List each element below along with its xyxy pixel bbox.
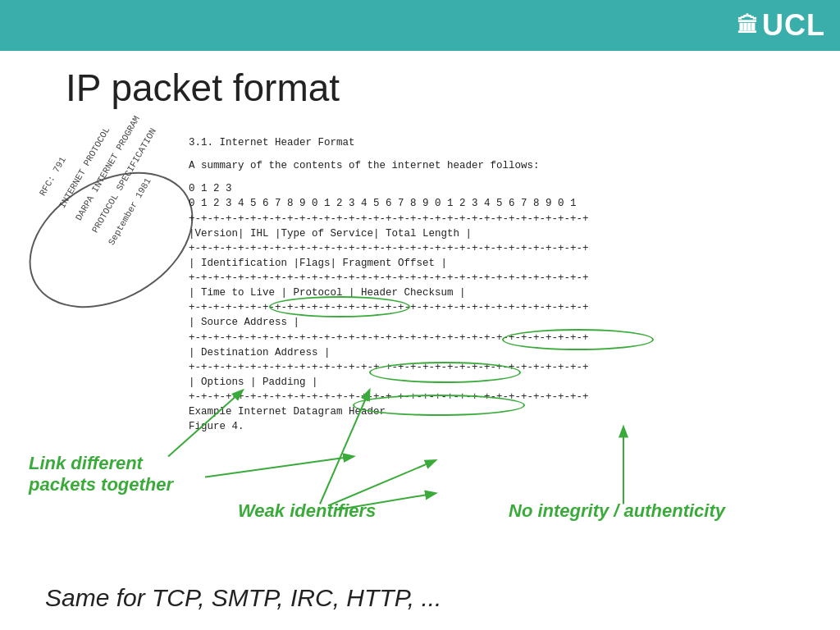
ucl-logo-icon: 🏛 bbox=[737, 13, 759, 39]
annotation-link-different: Link different packets together bbox=[29, 453, 173, 496]
rfc-sep6: +-+-+-+-+-+-+-+-+-+-+-+-+-+-+-+-+-+-+-+-… bbox=[189, 390, 589, 404]
rfc-sep1: +-+-+-+-+-+-+-+-+-+-+-+-+-+-+-+-+-+-+-+-… bbox=[189, 241, 589, 256]
main-content: RFC: 791 INTERNET PROTOCOL DARPA INTERNE… bbox=[0, 135, 840, 630]
rfc-summary: A summary of the contents of the interne… bbox=[189, 158, 589, 173]
rfc-bit-digits: 0 1 2 3 4 5 6 7 8 9 0 1 2 3 4 5 6 7 8 9 … bbox=[189, 196, 589, 211]
rfc-row3: | Time to Live | Protocol | Header Check… bbox=[189, 285, 589, 300]
rfc-caption1: Example Internet Datagram Header bbox=[189, 404, 589, 419]
rfc-heading: 3.1. Internet Header Format bbox=[189, 135, 589, 150]
rfc-row5: | Destination Address | bbox=[189, 345, 589, 360]
svg-line-3 bbox=[328, 461, 435, 506]
rfc-line1: RFC: 791 bbox=[38, 155, 68, 198]
annotation-no-integrity: No integrity / authenticity bbox=[509, 500, 725, 522]
rfc-sep4: +-+-+-+-+-+-+-+-+-+-+-+-+-+-+-+-+-+-+-+-… bbox=[189, 331, 589, 345]
rfc-bit-numbers: 0 1 2 3 bbox=[189, 181, 589, 196]
ucl-logo-text: UCL bbox=[762, 8, 825, 43]
rfc-caption2: Figure 4. bbox=[189, 419, 589, 434]
rfc-row2: | Identification |Flags| Fragment Offset… bbox=[189, 256, 589, 271]
rfc-sep0: +-+-+-+-+-+-+-+-+-+-+-+-+-+-+-+-+-+-+-+-… bbox=[189, 212, 589, 226]
annotation-weak-identifiers: Weak identifiers bbox=[238, 500, 376, 522]
rfc-sep2: +-+-+-+-+-+-+-+-+-+-+-+-+-+-+-+-+-+-+-+-… bbox=[189, 271, 589, 285]
rfc-sep5: +-+-+-+-+-+-+-+-+-+-+-+-+-+-+-+-+-+-+-+-… bbox=[189, 360, 589, 375]
rfc-row1: |Version| IHL |Type of Service| Total Le… bbox=[189, 226, 589, 241]
rfc-sep3: +-+-+-+-+-+-+-+-+-+-+-+-+-+-+-+-+-+-+-+-… bbox=[189, 300, 589, 315]
rfc-row4: | Source Address | bbox=[189, 315, 589, 330]
ucl-logo: 🏛 UCL bbox=[737, 8, 825, 43]
top-bar: 🏛 UCL bbox=[0, 0, 840, 51]
page-title: IP packet format bbox=[66, 66, 340, 110]
rfc-row6: | Options | Padding | bbox=[189, 375, 589, 390]
svg-line-1 bbox=[205, 457, 353, 477]
bottom-text: Same for TCP, SMTP, IRC, HTTP, ... bbox=[45, 584, 441, 612]
rfc-content: 3.1. Internet Header Format A summary of… bbox=[189, 135, 589, 434]
